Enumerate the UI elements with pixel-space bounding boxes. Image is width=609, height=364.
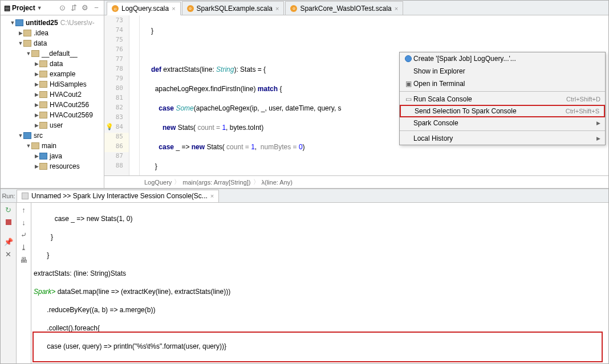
tree-row[interactable]: ▶data — [1, 59, 104, 69]
close-icon[interactable]: ✕ — [4, 250, 13, 259]
close-icon[interactable]: × — [172, 5, 175, 12]
tree-row[interactable]: ▶user — [1, 120, 104, 130]
collapse-icon[interactable]: ⊙ — [58, 4, 66, 12]
run-toolbar-right: ↑ ↓ ⤶ ⤓ 🖶 — [17, 203, 31, 363]
pin-icon[interactable]: 📌 — [4, 237, 13, 246]
gear-icon[interactable]: ⚙ — [81, 4, 89, 12]
fold-margin[interactable]: 💡 — [129, 15, 140, 175]
up-icon[interactable]: ↑ — [19, 205, 29, 214]
tree-row[interactable]: ▼main — [1, 141, 104, 151]
terminal-icon: ▣ — [403, 80, 413, 88]
scroll-icon[interactable]: ⤓ — [19, 243, 29, 252]
tree-row[interactable]: ▶resources — [1, 161, 104, 171]
tree-row[interactable]: ▶example — [1, 69, 104, 79]
breadcrumb-item[interactable]: λ(line: Any) — [262, 179, 293, 186]
menu-create-sparkjob[interactable]: Create '[Spark Job] LogQuery...'... — [400, 52, 605, 65]
console-output[interactable]: case _ => new Stats(1, 0) } } extractSta… — [31, 203, 608, 363]
menu-open-terminal[interactable]: ▣Open in Terminal — [400, 77, 605, 90]
breadcrumb-item[interactable]: LogQuery — [144, 179, 172, 186]
close-icon[interactable]: × — [210, 193, 214, 199]
menu-spark-console[interactable]: Spark Console▶ — [400, 117, 605, 129]
tree-row[interactable]: ▶HVACout256 — [1, 100, 104, 110]
tab-logquery[interactable]: oLogQuery.scala× — [107, 2, 181, 15]
menu-show-explorer[interactable]: Show in Explorer — [400, 65, 605, 77]
scala-icon: o — [187, 5, 194, 12]
menu-local-history[interactable]: Local History▶ — [400, 132, 605, 145]
close-icon[interactable]: × — [395, 5, 398, 12]
tab-sparksql[interactable]: oSparkSQLExample.scala× — [182, 1, 285, 15]
tree-row[interactable]: ▶HVACout2 — [1, 89, 104, 100]
run-label: Run: — [1, 193, 17, 199]
project-tree[interactable]: ▼untitled25C:\Users\v- ▶.idea ▼data ▼__d… — [1, 15, 104, 188]
close-icon[interactable]: × — [275, 5, 279, 12]
tab-sparkcore[interactable]: oSparkCore_WasbIOTest.scala× — [285, 1, 403, 15]
down-icon[interactable]: ↓ — [19, 218, 29, 227]
tree-row[interactable]: ▼__default__ — [1, 48, 104, 59]
run-panel: Run: Unnamed >> Spark Livy Interactive S… — [1, 189, 608, 363]
tree-row[interactable]: ▶HdiSamples — [1, 79, 104, 89]
scala-icon: o — [290, 5, 297, 12]
chevron-right-icon: ▶ — [596, 120, 600, 126]
globe-icon — [405, 55, 412, 62]
chevron-right-icon: 〉 — [253, 178, 259, 186]
project-dropdown[interactable]: ▤Project▼ — [4, 4, 42, 12]
scala-icon: o — [112, 5, 119, 12]
console-icon — [22, 193, 29, 199]
hide-icon[interactable]: − — [92, 4, 100, 12]
rerun-icon[interactable]: ↻ — [4, 205, 13, 214]
wrap-icon[interactable]: ⤶ — [19, 230, 29, 239]
tree-row[interactable]: ▶java — [1, 151, 104, 161]
sidebar-toolbar: ▤Project▼ ⊙ ⇵ ⚙ − — [1, 1, 104, 15]
breadcrumb-bar[interactable]: LogQuery 〉 main(args: Array[String]) 〉 λ… — [104, 175, 608, 188]
menu-send-selection-spark[interactable]: Send Selection To Spark ConsoleCtrl+Shif… — [400, 105, 605, 117]
stop-button[interactable] — [4, 218, 13, 227]
run-toolbar-left: ↻ 📌 ✕ — [1, 203, 17, 363]
menu-run-scala-console[interactable]: ▭Run Scala ConsoleCtrl+Shift+D — [400, 93, 605, 105]
chevron-right-icon: ▶ — [596, 136, 600, 141]
tree-row[interactable]: ▼src — [1, 130, 104, 141]
tree-row[interactable]: ▼data — [1, 38, 104, 48]
project-sidebar: ▤Project▼ ⊙ ⇵ ⚙ − ▼untitled25C:\Users\v-… — [1, 1, 104, 188]
chevron-right-icon: 〉 — [174, 178, 180, 186]
line-gutter[interactable]: 737475 767778 798081 828384 858687 88 — [104, 15, 129, 175]
print-icon[interactable]: 🖶 — [19, 255, 29, 264]
tree-row[interactable]: ▶HVACout2569 — [1, 110, 104, 120]
editor-tab-bar: oLogQuery.scala× oSparkSQLExample.scala×… — [104, 1, 608, 15]
tree-row[interactable]: ▼untitled25C:\Users\v- — [1, 18, 104, 28]
intention-bulb-icon[interactable]: 💡 — [105, 123, 113, 130]
run-tab[interactable]: Unnamed >> Spark Livy Interactive Sessio… — [17, 190, 219, 202]
console-icon: ▭ — [403, 95, 413, 103]
context-menu: Create '[Spark Job] LogQuery...'... Show… — [399, 52, 606, 145]
sort-icon[interactable]: ⇵ — [70, 4, 78, 12]
breadcrumb-item[interactable]: main(args: Array[String]) — [182, 179, 250, 186]
tree-row[interactable]: ▶.idea — [1, 28, 104, 38]
